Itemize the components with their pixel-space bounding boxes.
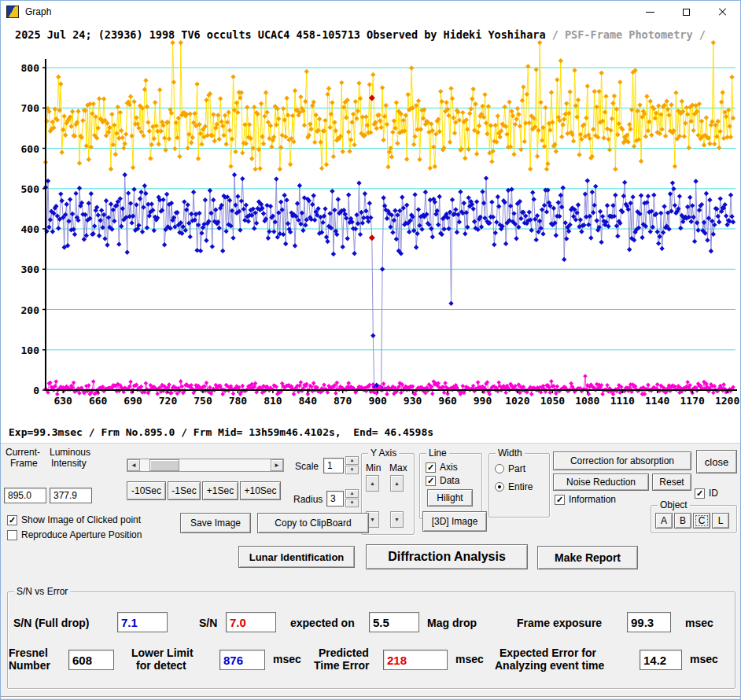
correction-absorption-button[interactable]: Correction for absorption [553, 451, 691, 470]
scale-field[interactable] [323, 458, 344, 473]
maximize-button[interactable] [668, 1, 704, 23]
svg-text:300: 300 [21, 263, 40, 275]
radius-field[interactable] [326, 491, 344, 507]
scrollbar-thumb[interactable] [149, 459, 179, 471]
current-frame-field[interactable] [4, 488, 46, 503]
sn-error-group: S/N vs Error [7, 591, 735, 689]
svg-text:960: 960 [438, 395, 457, 407]
step-back-10-button[interactable]: -10Sec [127, 481, 166, 500]
step-back-1-button[interactable]: -1Sec [168, 481, 201, 500]
svg-text:700: 700 [21, 102, 40, 114]
scale-down-icon[interactable]: ▼ [345, 466, 359, 474]
lower-limit-label-1: Lower Limit [131, 647, 194, 659]
scroll-right-icon[interactable]: ► [271, 459, 283, 471]
step-forward-10-button[interactable]: +10Sec [240, 481, 281, 500]
radius-label: Radius [293, 494, 323, 505]
data-checkbox[interactable]: ✓ Data [426, 475, 459, 486]
step-forward-1-button[interactable]: +1Sec [202, 481, 238, 500]
width-part-radio[interactable]: Part [495, 463, 525, 474]
object-b-button[interactable]: B [674, 513, 691, 529]
luminous-intensity-field[interactable] [50, 488, 92, 503]
fresnel-field[interactable] [68, 650, 114, 670]
axis-checkbox[interactable]: ✓ Axis [426, 462, 458, 473]
frame-exposure-field[interactable] [627, 612, 671, 632]
show-image-checkbox[interactable]: ✓ Show Image of Clicked point [7, 514, 141, 525]
close-window-button[interactable] [704, 1, 740, 23]
copy-clipboard-button[interactable]: Copy to ClipBoard [257, 513, 369, 533]
radio-selected-icon [495, 482, 504, 492]
svg-text:870: 870 [334, 395, 352, 407]
minimize-icon [646, 12, 654, 13]
control-panel: Current- Frame Luminous Intensity ◄ ► -1… [1, 443, 741, 700]
current-frame-label-1: Current- [6, 447, 40, 458]
object-l-button[interactable]: L [712, 513, 729, 529]
hilight-button[interactable]: Hilight [427, 489, 473, 507]
svg-text:840: 840 [299, 395, 318, 407]
scale-up-icon[interactable]: ▲ [345, 456, 359, 465]
reset-button[interactable]: Reset [652, 473, 691, 491]
minimize-button[interactable] [632, 1, 668, 23]
frame-scrollbar[interactable]: ◄ ► [127, 459, 284, 472]
line-group-label: Line [426, 448, 449, 459]
y-max-up-icon[interactable]: ▲ [390, 475, 404, 492]
close-button[interactable]: close [696, 450, 737, 473]
svg-text:900: 900 [368, 395, 387, 407]
noise-reduction-button[interactable]: Noise Reduction [553, 473, 649, 491]
expected-error-field[interactable] [640, 650, 682, 670]
mag-drop-field[interactable] [369, 612, 419, 632]
y-max-down-icon[interactable]: ▼ [390, 511, 404, 528]
current-frame-label-2: Frame [10, 458, 38, 469]
information-checkbox[interactable]: ✓ Information [555, 494, 616, 505]
window-title: Graph [25, 6, 51, 17]
predicted-time-error-field[interactable] [383, 650, 448, 670]
svg-text:1080: 1080 [575, 395, 599, 407]
save-image-button[interactable]: Save Image [180, 513, 251, 533]
chart-area: 2025 Jul 24; (23936) 1998 TV6 occults UC… [1, 23, 741, 443]
scrollbar-track[interactable] [140, 459, 271, 471]
lower-limit-field[interactable] [219, 650, 265, 670]
app-icon [6, 6, 19, 18]
3d-image-button[interactable]: [3D] Image [422, 511, 487, 532]
id-checkbox[interactable]: ✓ ID [695, 488, 718, 499]
checkbox-checked-icon: ✓ [555, 495, 565, 505]
scroll-left-icon[interactable]: ◄ [127, 459, 140, 471]
expected-error-label-1: Expected Error for [500, 647, 596, 659]
radio-icon [495, 464, 504, 473]
titlebar: Graph [1, 1, 740, 23]
svg-text:990: 990 [474, 395, 492, 407]
light-curve-chart[interactable]: 2025 Jul 24; (23936) 1998 TV6 occults UC… [1, 23, 741, 426]
lunar-identification-button[interactable]: Lunar Identification [238, 546, 355, 568]
sn-full-label: S/N (Full drop) [13, 617, 89, 629]
luminous-label-1: Luminous [50, 447, 90, 458]
svg-text:1050: 1050 [540, 395, 565, 407]
y-min-up-icon[interactable]: ▲ [366, 475, 379, 492]
radius-down-icon[interactable]: ▼ [345, 499, 359, 507]
luminous-label-2: Intensity [51, 458, 87, 469]
svg-text:660: 660 [89, 395, 108, 407]
svg-text:750: 750 [194, 395, 212, 407]
svg-text:100: 100 [21, 344, 40, 356]
scale-label: Scale [295, 461, 319, 472]
reproduce-aperture-checkbox[interactable]: Reproduce Aperture Position [7, 529, 142, 540]
expected-error-label-2: Analyzing event time [495, 659, 604, 672]
svg-text:600: 600 [21, 143, 40, 155]
object-c-button[interactable]: C [693, 513, 710, 529]
width-entire-radio[interactable]: Entire [495, 481, 533, 492]
make-report-button[interactable]: Make Report [537, 546, 638, 569]
msec-label: msec [685, 617, 713, 629]
sn-label: S/N [199, 617, 217, 629]
object-a-button[interactable]: A [655, 513, 673, 529]
maximize-icon [683, 9, 690, 16]
predicted-label-1: Predicted [319, 647, 369, 659]
checkbox-checked-icon: ✓ [426, 462, 436, 473]
svg-text:1200: 1200 [715, 395, 739, 407]
radius-up-icon[interactable]: ▲ [345, 489, 359, 498]
sn-field[interactable] [226, 612, 276, 632]
svg-text:1140: 1140 [645, 395, 669, 407]
checkbox-checked-icon: ✓ [426, 476, 436, 486]
object-group-label: Object [658, 499, 690, 510]
sn-full-field[interactable] [117, 612, 168, 632]
msec-label: msec [455, 653, 484, 665]
fresnel-label-1: Fresnel [9, 647, 48, 659]
diffraction-analysis-button[interactable]: Diffraction Analysis [366, 544, 528, 569]
